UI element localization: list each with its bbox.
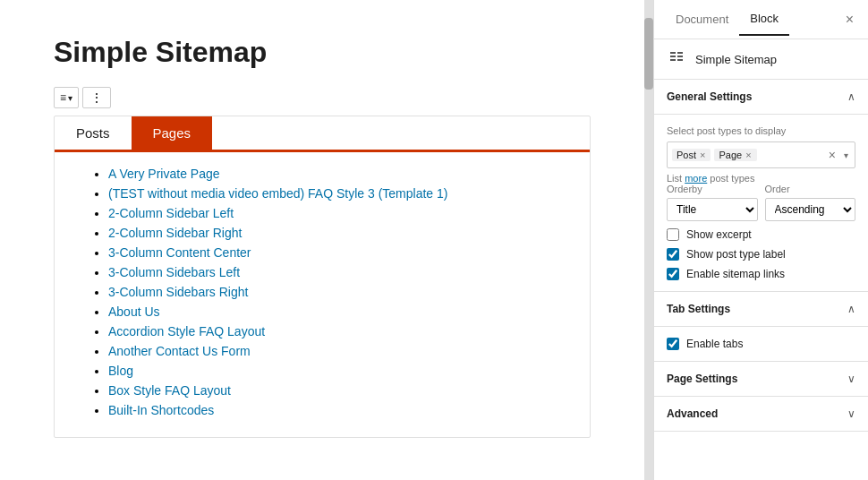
sitemap-block-icon <box>668 49 686 70</box>
list-item-link[interactable]: About Us <box>108 304 160 319</box>
enable-sitemap-links-row: Enable sitemap links <box>667 268 855 280</box>
list-item: Blog <box>108 364 572 378</box>
orderby-row: Orderby Title Date ID Author Name Order … <box>667 184 855 221</box>
page-settings-chevron: ∨ <box>847 373 855 385</box>
show-excerpt-row: Show excerpt <box>667 228 855 241</box>
tag-page-remove[interactable]: × <box>745 150 752 160</box>
order-select[interactable]: Ascending Descending <box>765 198 856 221</box>
list-item: 3-Column Content Center <box>108 245 572 260</box>
svg-rect-5 <box>677 59 683 61</box>
tab-settings-title: Tab Settings <box>667 303 730 315</box>
general-settings-header[interactable]: General Settings ∧ <box>654 80 868 115</box>
list-item: (TEST without media video embed) FAQ Sty… <box>108 186 572 201</box>
tag-post: Post × <box>672 149 711 161</box>
list-item-link[interactable]: A Very Private Page <box>108 167 220 181</box>
page-settings-header[interactable]: Page Settings ∨ <box>654 362 868 397</box>
tab-settings-header[interactable]: Tab Settings ∧ <box>654 292 868 327</box>
tab-posts[interactable]: Posts <box>55 116 132 150</box>
post-types-suffix: post types <box>710 173 754 184</box>
orderby-col: Orderby Title Date ID Author Name <box>667 184 758 221</box>
list-more-link: List more post types <box>667 173 855 184</box>
list-item-link[interactable]: Blog <box>108 364 133 378</box>
close-button[interactable]: × <box>842 8 857 31</box>
sidebar-header: Document Block × <box>654 0 868 39</box>
order-col: Order Ascending Descending <box>765 184 856 221</box>
list-item: Another Contact Us Form <box>108 344 572 358</box>
tags-dropdown-button[interactable]: ▾ <box>842 150 850 160</box>
tab-settings-chevron: ∧ <box>847 303 855 315</box>
show-post-type-label[interactable]: Show post type label <box>686 248 786 261</box>
show-post-type-row: Show post type label <box>667 248 855 261</box>
list-style-button[interactable]: ≡ ▾ <box>54 87 79 108</box>
block-info-row: Simple Sitemap <box>654 39 868 80</box>
list-item-link[interactable]: 3-Column Sidebars Right <box>108 285 248 299</box>
list-item: Built-In Shortcodes <box>108 403 572 417</box>
orderby-label: Orderby <box>667 184 758 194</box>
enable-tabs-checkbox[interactable] <box>667 338 679 350</box>
list-item: 2-Column Sidebar Right <box>108 226 572 240</box>
list-item-link[interactable]: 3-Column Sidebars Left <box>108 265 240 279</box>
scrollbar-thumb[interactable] <box>644 18 653 90</box>
post-types-label: Select post types to display <box>667 125 855 136</box>
list-item-link[interactable]: 2-Column Sidebar Right <box>108 226 242 240</box>
editor-area: Simple Sitemap ≡ ▾ ⋮ Posts Pages A Very … <box>0 0 644 480</box>
general-settings-chevron: ∧ <box>847 90 855 103</box>
tab-document[interactable]: Document <box>665 4 739 35</box>
scrollbar-track[interactable] <box>644 0 653 480</box>
show-post-type-checkbox[interactable] <box>667 248 679 261</box>
list-item-link[interactable]: (TEST without media video embed) FAQ Sty… <box>108 186 447 201</box>
page-title: Simple Sitemap <box>54 36 591 69</box>
order-label: Order <box>765 184 856 194</box>
list-item: Box Style FAQ Layout <box>108 383 572 398</box>
enable-tabs-label[interactable]: Enable tabs <box>686 338 743 350</box>
tag-input-row[interactable]: Post × Page × × ▾ <box>667 141 855 168</box>
sitemap-block: Posts Pages A Very Private Page(TEST wit… <box>54 116 591 438</box>
sidebar: Document Block × Simple Sitemap General … <box>653 0 868 480</box>
list-item-link[interactable]: 2-Column Sidebar Left <box>108 206 234 220</box>
block-toolbar: ≡ ▾ ⋮ <box>54 87 591 108</box>
show-excerpt-label[interactable]: Show excerpt <box>686 228 752 241</box>
svg-rect-4 <box>677 56 683 57</box>
general-settings-title: General Settings <box>667 90 752 103</box>
enable-tabs-row: Enable tabs <box>667 338 855 350</box>
more-link[interactable]: more <box>685 173 707 184</box>
svg-rect-3 <box>677 52 683 54</box>
tab-block[interactable]: Block <box>739 3 789 36</box>
list-item-link[interactable]: Box Style FAQ Layout <box>108 383 231 398</box>
list-text: List <box>667 173 682 184</box>
advanced-header[interactable]: Advanced ∨ <box>654 397 868 432</box>
list-icon: ≡ <box>60 91 66 104</box>
block-name-label: Simple Sitemap <box>695 53 777 66</box>
sitemap-items-list: A Very Private Page(TEST without media v… <box>90 167 572 417</box>
orderby-select[interactable]: Title Date ID Author Name <box>667 198 758 221</box>
list-item: 3-Column Sidebars Left <box>108 265 572 279</box>
list-item: 2-Column Sidebar Left <box>108 206 572 220</box>
more-options-button[interactable]: ⋮ <box>82 87 111 108</box>
list-item: Accordion Style FAQ Layout <box>108 324 572 339</box>
chevron-icon: ▾ <box>68 93 72 103</box>
tag-page-label: Page <box>719 150 742 160</box>
enable-sitemap-links-checkbox[interactable] <box>667 268 679 280</box>
show-excerpt-checkbox[interactable] <box>667 228 679 241</box>
tag-post-label: Post <box>677 150 696 160</box>
list-item: 3-Column Sidebars Right <box>108 285 572 299</box>
advanced-title: Advanced <box>667 407 718 420</box>
tag-post-remove[interactable]: × <box>699 150 706 160</box>
svg-rect-2 <box>670 59 676 61</box>
list-item-link[interactable]: 3-Column Content Center <box>108 245 251 260</box>
svg-rect-0 <box>670 52 676 54</box>
list-item-link[interactable]: Another Contact Us Form <box>108 344 251 358</box>
page-settings-title: Page Settings <box>667 373 737 385</box>
list-item-link[interactable]: Built-In Shortcodes <box>108 403 214 417</box>
tag-page: Page × <box>714 149 756 161</box>
sitemap-list: A Very Private Page(TEST without media v… <box>55 152 590 437</box>
list-item: About Us <box>108 304 572 319</box>
general-settings-body: Select post types to display Post × Page… <box>654 115 868 292</box>
list-item-link[interactable]: Accordion Style FAQ Layout <box>108 324 265 339</box>
enable-sitemap-links-label[interactable]: Enable sitemap links <box>686 268 785 280</box>
tab-settings-body: Enable tabs <box>654 327 868 362</box>
tab-pages[interactable]: Pages <box>132 116 213 150</box>
advanced-chevron: ∨ <box>847 407 855 420</box>
tags-clear-button[interactable]: × <box>826 148 838 162</box>
block-icon <box>667 48 688 70</box>
